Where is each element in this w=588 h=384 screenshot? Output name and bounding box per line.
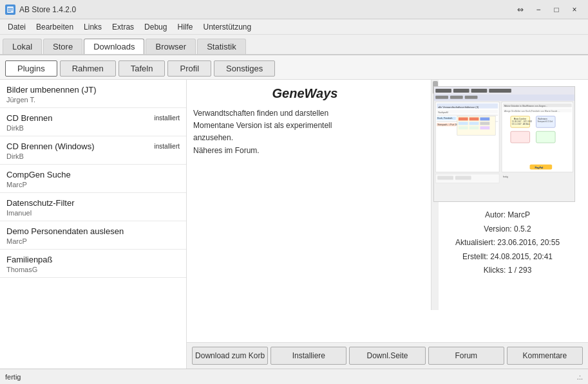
- item-title: Datenschutz-Filter: [6, 198, 74, 208]
- svg-rect-54: [502, 174, 573, 179]
- meta-erstellt: Erstellt: 24.08.2015, 20:41: [433, 250, 582, 264]
- resize-button[interactable]: ⇔: [512, 3, 529, 16]
- subtab-sonstiges[interactable]: Sonstiges: [214, 60, 275, 77]
- status-text: fertig: [5, 373, 21, 381]
- svg-text:fertig: fertig: [503, 176, 508, 178]
- list-item[interactable]: installiert CD Brennen (Windows) DirkB: [0, 136, 186, 165]
- detail-text: GeneWays Verwandtschaften finden und dar…: [193, 86, 427, 336]
- minimize-button[interactable]: −: [530, 3, 547, 16]
- action-bar: Download zum Korb Installiere Downl.Seit…: [187, 342, 588, 369]
- forum-button[interactable]: Forum: [428, 347, 504, 365]
- svg-rect-13: [465, 96, 478, 99]
- svg-text:02.11.1847 - AB Altai: 02.11.1847 - AB Altai: [512, 123, 530, 125]
- item-author: DirkB: [6, 152, 180, 160]
- item-badge: installiert: [155, 143, 180, 150]
- svg-rect-36: [437, 176, 453, 179]
- item-author: DirkB: [6, 124, 180, 132]
- item-title: Familienpaß: [6, 255, 53, 264]
- menu-bearbeiten[interactable]: Bearbeiten: [31, 21, 79, 33]
- item-title: CompGen Suche: [6, 170, 71, 179]
- content-area: Plugins Rahmen Tafeln Profil Sonstiges B…: [0, 55, 588, 369]
- tab-store[interactable]: Store: [43, 39, 82, 54]
- item-title: Demo Personendaten auslesen: [6, 226, 124, 236]
- svg-text:alle Verwandtschaftsverhältnis: alle Verwandtschaftsverhältnisse (3): [438, 105, 479, 109]
- detail-content: GeneWays Verwandtschaften finden und dar…: [187, 80, 588, 342]
- sub-tabs: Plugins Rahmen Tafeln Profil Sonstiges: [0, 55, 588, 80]
- svg-rect-8: [471, 89, 488, 93]
- installiere-button[interactable]: Installiere: [270, 347, 346, 365]
- detail-meta: Autor: MarcP Version: 0.5.2 Aktualisiert…: [433, 208, 582, 278]
- item-title: CD Brennen: [6, 113, 53, 123]
- meta-klicks: Klicks: 1 / 293: [433, 264, 582, 278]
- svg-text:Steinpach 0.5 Grd: Steinpach 0.5 Grd: [537, 120, 553, 123]
- svg-rect-2: [8, 10, 13, 10]
- tab-lokal[interactable]: Lokal: [3, 39, 42, 54]
- tab-browser[interactable]: Browser: [146, 39, 196, 54]
- item-author: ThomasG: [6, 266, 180, 273]
- svg-rect-3: [8, 11, 11, 12]
- item-author: MarcP: [6, 181, 180, 188]
- menu-hilfe[interactable]: Hilfe: [172, 21, 198, 33]
- body-split: Bilder umbenennen (JT) Jürgen T. install…: [0, 80, 588, 369]
- downl-seite-button[interactable]: Downl.Seite: [349, 347, 425, 365]
- app-icon: [5, 5, 15, 15]
- menu-unterstuetzung[interactable]: Unterstützung: [198, 21, 256, 33]
- list-item[interactable]: CompGen Suche MarcP: [0, 165, 186, 193]
- svg-rect-11: [435, 96, 448, 99]
- svg-rect-37: [455, 176, 471, 179]
- item-title: Bilder umbenennen (JT): [6, 85, 96, 95]
- list-item[interactable]: Demo Personendaten auslesen MarcP: [0, 221, 186, 250]
- svg-text:Meine Gründer in GbufStamm von: Meine Gründer in GbufStamm von Jürgen...: [504, 105, 547, 107]
- download-korb-button[interactable]: Download zum Korb: [192, 347, 268, 365]
- detail-panel: GeneWays Verwandtschaften finden und dar…: [187, 80, 588, 369]
- detail-description: Verwandtschaften finden und darstellen M…: [193, 107, 417, 157]
- item-author: MarcP: [6, 237, 180, 245]
- menu-links[interactable]: Links: [79, 21, 107, 33]
- meta-version: Version: 0.5.2: [433, 223, 582, 237]
- list-item[interactable]: Bilder umbenennen (JT) Jürgen T.: [0, 80, 186, 108]
- app-title: AB Store 1.4.2.0: [19, 5, 76, 14]
- kommentare-button[interactable]: Kommentare: [507, 347, 583, 365]
- plugin-screenshot: alle Verwandtschaftsverhältnisse (3) Suc…: [433, 86, 575, 202]
- svg-rect-19: [437, 115, 498, 116]
- maximize-button[interactable]: □: [548, 3, 565, 16]
- list-item[interactable]: installiert CD Brennen DirkB: [0, 108, 186, 136]
- svg-text:PayPal: PayPal: [535, 166, 543, 169]
- meta-aktualisiert: Aktualisiert: 23.06.2016, 20:55: [433, 236, 582, 250]
- subtab-tafeln[interactable]: Tafeln: [119, 60, 166, 77]
- window-controls: ⇔ − □ ×: [512, 3, 583, 16]
- svg-rect-9: [489, 89, 511, 93]
- svg-text:Suchprofil: Suchprofil: [438, 111, 448, 114]
- svg-rect-31: [480, 122, 489, 125]
- status-dots: .:.: [577, 373, 583, 381]
- subtab-profil[interactable]: Profil: [167, 60, 211, 77]
- list-item[interactable]: Familienpaß ThomasG: [0, 250, 186, 278]
- svg-rect-28: [480, 117, 489, 120]
- svg-rect-1: [8, 8, 13, 9]
- menu-extras[interactable]: Extras: [107, 21, 139, 33]
- item-author: Imanuel: [6, 209, 180, 217]
- svg-rect-27: [469, 117, 479, 120]
- menu-datei[interactable]: Datei: [3, 21, 31, 33]
- tab-statistik[interactable]: Statistik: [197, 39, 246, 54]
- statusbar: fertig .:.: [0, 369, 588, 384]
- menubar: Datei Bearbeiten Links Extras Debug Hilf…: [0, 19, 588, 35]
- svg-text:Koch, Friedrich: Koch, Friedrich: [437, 117, 452, 120]
- svg-rect-29: [459, 122, 468, 125]
- svg-rect-32: [459, 126, 468, 129]
- meta-autor: Autor: MarcP: [433, 208, 582, 223]
- detail-image-area: alle Verwandtschaftsverhältnisse (3) Suc…: [433, 86, 582, 336]
- subtab-plugins[interactable]: Plugins: [5, 60, 57, 77]
- item-badge: installiert: [155, 114, 180, 122]
- close-button[interactable]: ×: [566, 3, 583, 16]
- item-title: CD Brennen (Windows): [6, 142, 95, 151]
- svg-rect-34: [480, 126, 489, 129]
- tab-downloads[interactable]: Downloads: [84, 39, 144, 54]
- svg-rect-50: [511, 131, 530, 143]
- list-item[interactable]: Datenschutz-Filter Imanuel: [0, 193, 186, 221]
- subtab-rahmen[interactable]: Rahmen: [60, 60, 116, 77]
- titlebar: AB Store 1.4.2.0 ⇔ − □ ×: [0, 0, 588, 19]
- svg-rect-6: [435, 89, 451, 93]
- menu-debug[interactable]: Debug: [139, 21, 172, 33]
- plugin-list: Bilder umbenennen (JT) Jürgen T. install…: [0, 80, 187, 369]
